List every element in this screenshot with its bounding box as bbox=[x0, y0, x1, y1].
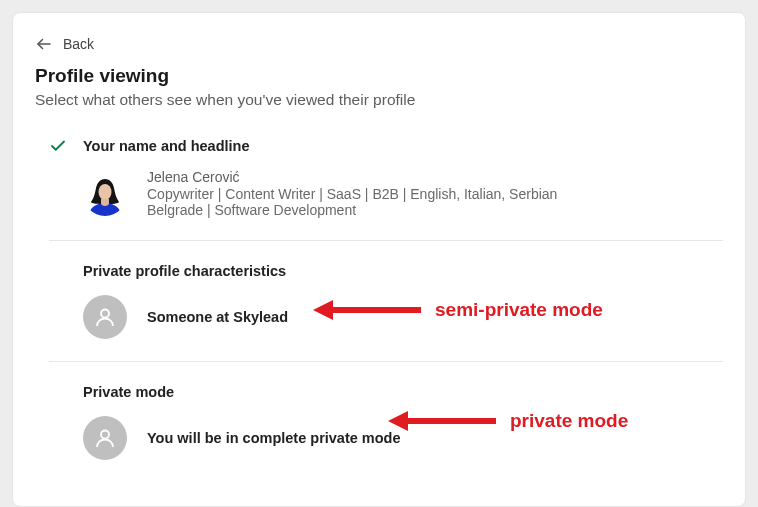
avatar bbox=[83, 172, 127, 216]
profile-name: Jelena Cerović bbox=[147, 169, 557, 185]
option-title: Private profile characteristics bbox=[83, 263, 286, 279]
option-title: Private mode bbox=[83, 384, 174, 400]
options-list: Your name and headline Jelena Cerovi bbox=[35, 137, 723, 482]
option-desc: You will be in complete private mode bbox=[147, 430, 401, 446]
svg-point-2 bbox=[99, 184, 112, 200]
profile-subline: Belgrade | Software Development bbox=[147, 202, 557, 218]
page-subtitle: Select what others see when you've viewe… bbox=[35, 91, 723, 109]
option-private[interactable]: Private mode You will be in complete pri… bbox=[49, 362, 723, 482]
back-label: Back bbox=[63, 36, 94, 52]
arrow-left-icon bbox=[35, 35, 53, 53]
profile-info: Jelena Cerović Copywriter | Content Writ… bbox=[147, 169, 557, 218]
profile-headline: Copywriter | Content Writer | SaaS | B2B… bbox=[147, 186, 557, 202]
svg-point-4 bbox=[101, 431, 109, 439]
option-your-name[interactable]: Your name and headline Jelena Cerovi bbox=[49, 137, 723, 240]
anonymous-avatar-icon bbox=[83, 295, 127, 339]
page-title: Profile viewing bbox=[35, 65, 723, 87]
option-desc: Someone at Skylead bbox=[147, 309, 288, 325]
anonymous-avatar-icon bbox=[83, 416, 127, 460]
settings-card: Back Profile viewing Select what others … bbox=[12, 12, 746, 507]
option-title: Your name and headline bbox=[83, 138, 250, 154]
check-icon bbox=[49, 137, 67, 155]
option-semi-private[interactable]: Private profile characteristics Someone … bbox=[49, 241, 723, 361]
svg-point-3 bbox=[101, 310, 109, 318]
back-button[interactable]: Back bbox=[35, 35, 723, 53]
